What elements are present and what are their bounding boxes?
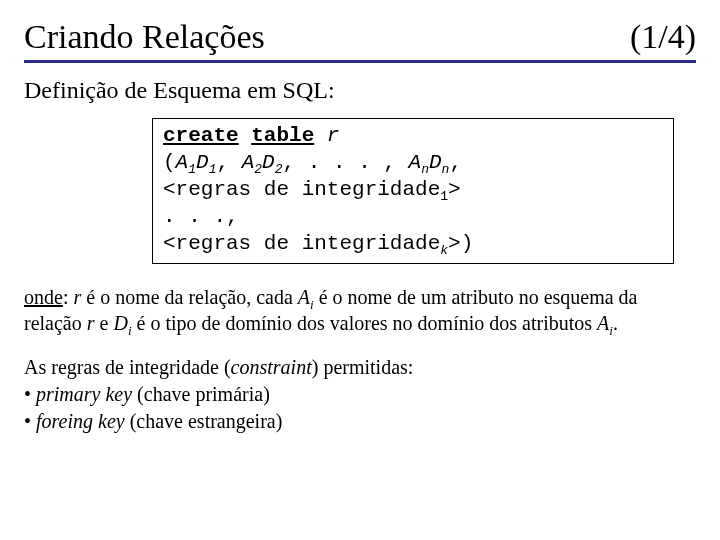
page-number: (1/4) [630, 18, 696, 56]
identifier-r: r [327, 124, 340, 147]
sym-A1: A [176, 151, 189, 174]
sym-Dn: D [429, 151, 442, 174]
title-row: Criando Relações (1/4) [24, 18, 696, 63]
subtitle: Definição de Esquema em SQL: [24, 77, 696, 104]
sub-na: n [421, 162, 429, 177]
colon: : [63, 286, 74, 308]
constraints-lead: As regras de integridade (constraint) pe… [24, 354, 696, 381]
sym-An: A [409, 151, 422, 174]
lt-1: < [163, 178, 176, 201]
lt-2: < [163, 232, 176, 255]
lead-txt-2: ) permitidas: [312, 356, 414, 378]
txt-4: é o tipo de domínio dos valores no domín… [132, 312, 598, 334]
keyword-table: table [251, 124, 314, 147]
var-A: A [298, 286, 310, 308]
var-D: D [113, 312, 127, 334]
var-r2: r [87, 312, 95, 334]
sub-2b: 2 [275, 162, 283, 177]
sym-D2: D [262, 151, 275, 174]
var-A2: A [597, 312, 609, 334]
code-line-1: create table r [163, 123, 663, 150]
gt-1: > [448, 178, 461, 201]
sub-k: k [440, 243, 448, 258]
bullet-1-rest: (chave primária) [132, 383, 270, 405]
constraints-paragraph: As regras de integridade (constraint) pe… [24, 354, 696, 435]
bullet-2-rest: (chave estrangeira) [125, 410, 283, 432]
sep-1: , [216, 151, 241, 174]
dot: . [613, 312, 618, 334]
bullet-2-term: foreing key [36, 410, 125, 432]
ellipsis-1: . . . , [295, 151, 408, 174]
lparen: ( [163, 151, 176, 174]
code-line-3: <regras de integridade1> [163, 177, 663, 204]
page-title: Criando Relações [24, 18, 265, 56]
code-line-5: <regras de integridadek>) [163, 231, 663, 258]
lead-txt: As regras de integridade ( [24, 356, 231, 378]
constraint-word: constraint [231, 356, 312, 378]
rule-text-2: regras de integridade [176, 232, 441, 255]
keyword-create: create [163, 124, 239, 147]
bullet-1-dot: • [24, 383, 36, 405]
code-block: create table r (A1D1, A2D2, . . . , AnDn… [152, 118, 674, 264]
txt-3: e [95, 312, 114, 334]
code-line-2: (A1D1, A2D2, . . . , AnDn, [163, 150, 663, 177]
gt-2: > [448, 232, 461, 255]
bullet-foreign-key: • foreing key (chave estrangeira) [24, 408, 696, 435]
sub-r1: 1 [440, 189, 448, 204]
sym-A2: A [242, 151, 255, 174]
code-line-4: . . ., [163, 204, 663, 231]
bullet-1-term: primary key [36, 383, 132, 405]
rule-text-1: regras de integridade [176, 178, 441, 201]
sub-2a: 2 [254, 162, 262, 177]
sub-1a: 1 [188, 162, 196, 177]
txt-1: é o nome da relação, cada [81, 286, 298, 308]
explanation-paragraph: onde: r é o nome da relação, cada Ai é o… [24, 284, 696, 336]
onde-label: onde [24, 286, 63, 308]
rparen: ) [461, 232, 474, 255]
bullet-2-dot: • [24, 410, 36, 432]
sym-D1: D [196, 151, 209, 174]
bullet-primary-key: • primary key (chave primária) [24, 381, 696, 408]
